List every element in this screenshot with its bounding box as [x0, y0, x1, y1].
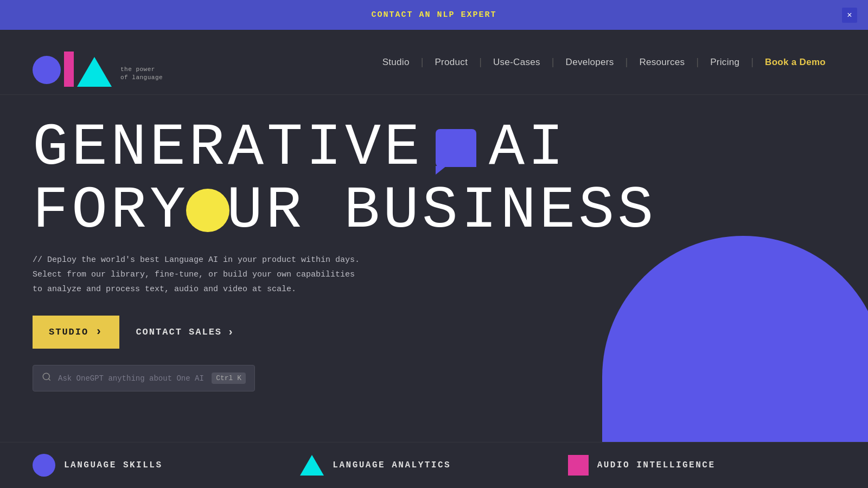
svg-point-0: [43, 373, 49, 380]
nav-sep-1: |: [419, 57, 425, 68]
chat-bubble-icon: [436, 129, 476, 167]
nav-link-developers[interactable]: Developers: [556, 57, 624, 67]
studio-button-arrow: ›: [95, 325, 103, 339]
nav-sep-6: |: [749, 57, 755, 68]
nav-link-resources[interactable]: Resources: [629, 57, 694, 67]
search-bar[interactable]: Ask OneGPT anything about One AI Ctrl K: [33, 365, 255, 391]
feature-label-language-skills: LANGUAGE SKILLS: [64, 460, 163, 470]
hero-buttons: STUDIO › CONTACT SALES ›: [33, 316, 835, 349]
logo-triangle-shape: [77, 57, 112, 87]
nav-item-product[interactable]: Product: [425, 57, 477, 68]
hero-line2: FOR Y UR BUSINESS: [33, 179, 835, 242]
yellow-circle-icon: [186, 189, 229, 232]
search-placeholder-text: Ask OneGPT anything about One AI: [58, 374, 205, 383]
nav-sep-3: |: [550, 57, 556, 68]
feature-item-language-skills: LANGUAGE SKILLS: [33, 454, 300, 477]
top-banner: CONTACT AN NLP EXPERT ×: [0, 0, 868, 30]
logo-shapes: the power of language: [33, 38, 163, 87]
nav-link-usecases[interactable]: Use-Cases: [483, 57, 550, 67]
nav-sep-2: |: [477, 57, 483, 68]
features-row: LANGUAGE SKILLS LANGUAGE ANALYTICS AUDIO…: [0, 442, 868, 488]
studio-button[interactable]: STUDIO ›: [33, 316, 119, 349]
left-content: GENERATIVE AI FOR Y UR BUSINESS // Deplo…: [0, 95, 868, 488]
hero-ur-business: UR BUSINESS: [227, 179, 656, 242]
navbar: the power of language Studio | Product |…: [0, 30, 868, 95]
hero-for: FOR: [33, 179, 150, 242]
contact-sales-button[interactable]: CONTACT SALES ›: [136, 326, 235, 338]
logo-rect-shape: [64, 52, 74, 87]
feature-item-audio-intelligence: AUDIO INTELLIGENCE: [568, 455, 835, 476]
feature-label-audio-intelligence: AUDIO INTELLIGENCE: [597, 460, 716, 470]
search-shortcut-badge: Ctrl K: [212, 373, 246, 384]
nav-item-pricing[interactable]: Pricing: [700, 57, 749, 68]
nav-link-pricing[interactable]: Pricing: [700, 57, 749, 67]
banner-close-button[interactable]: ×: [842, 8, 857, 23]
hero-generative: GENERATIVE: [33, 117, 423, 179]
nav-link-book-demo[interactable]: Book a Demo: [755, 57, 835, 67]
search-icon: [42, 372, 52, 384]
main-content: GENERATIVE AI FOR Y UR BUSINESS // Deplo…: [0, 95, 868, 488]
nav-item-book-demo[interactable]: Book a Demo: [755, 57, 835, 68]
nav-link-studio[interactable]: Studio: [373, 57, 419, 67]
nav-item-resources[interactable]: Resources: [629, 57, 694, 68]
logo-tagline: the power of language: [120, 66, 163, 82]
hero-ai: AI: [489, 117, 567, 179]
audio-intelligence-square-icon: [568, 455, 589, 476]
hero-title: GENERATIVE AI FOR Y UR BUSINESS: [33, 117, 835, 242]
nav-item-developers[interactable]: Developers: [556, 57, 624, 68]
banner-text[interactable]: CONTACT AN NLP EXPERT: [371, 10, 496, 20]
hero-description: // Deploy the world's best Language AI i…: [33, 253, 401, 297]
logo-circle-shape: [33, 56, 61, 84]
nav-links: Studio | Product | Use-Cases | Developer…: [373, 57, 835, 68]
nav-item-usecases[interactable]: Use-Cases: [483, 57, 550, 68]
svg-line-1: [48, 378, 50, 380]
nav-item-studio[interactable]: Studio: [373, 57, 419, 68]
feature-label-language-analytics: LANGUAGE ANALYTICS: [333, 460, 451, 470]
nav-link-product[interactable]: Product: [425, 57, 477, 67]
logo-area[interactable]: the power of language: [33, 38, 163, 87]
contact-sales-arrow: ›: [227, 326, 235, 338]
nav-sep-5: |: [694, 57, 700, 68]
nav-sep-4: |: [624, 57, 630, 68]
language-analytics-triangle-icon: [300, 455, 324, 476]
language-skills-circle-icon: [33, 454, 55, 477]
hero-line1: GENERATIVE AI: [33, 117, 835, 179]
hero-y-letter: Y: [150, 179, 189, 242]
studio-button-label: STUDIO: [49, 327, 88, 337]
contact-sales-label: CONTACT SALES: [136, 327, 222, 337]
feature-item-language-analytics: LANGUAGE ANALYTICS: [300, 455, 567, 476]
